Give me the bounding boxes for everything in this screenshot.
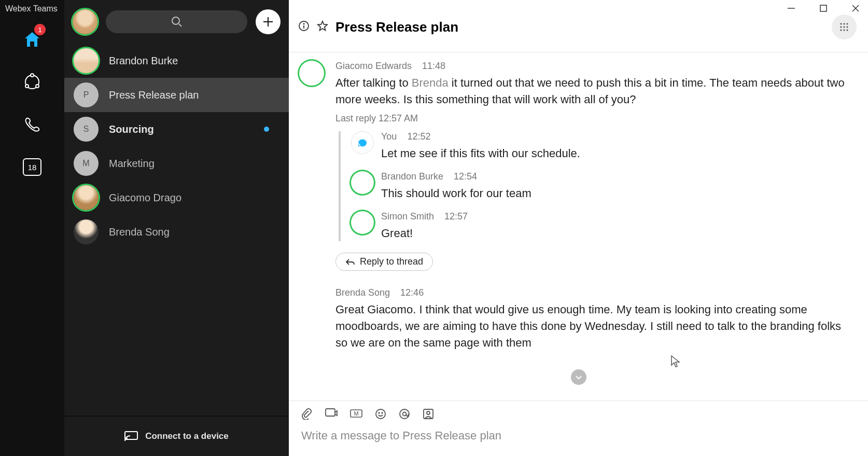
star-icon[interactable] <box>317 20 328 34</box>
reply-icon <box>345 258 355 266</box>
svg-point-25 <box>846 29 848 31</box>
svg-point-33 <box>403 412 407 416</box>
svg-line-5 <box>179 24 181 26</box>
svg-point-4 <box>172 17 179 24</box>
thread-text: This should work for our team <box>381 185 849 202</box>
space-name: Brandon Burke <box>109 55 178 67</box>
search-input[interactable] <box>106 10 247 33</box>
svg-point-35 <box>427 411 430 414</box>
space-avatar: S <box>74 117 99 142</box>
attach-icon[interactable] <box>301 408 313 422</box>
markdown-icon[interactable]: M <box>350 408 362 422</box>
svg-point-3 <box>36 85 39 88</box>
thread-author: Simon Smith <box>381 211 434 222</box>
add-button[interactable] <box>256 9 281 34</box>
chat-title: Press Release plan <box>335 19 458 35</box>
message-input[interactable]: Write a message to Press Release plan <box>289 425 868 456</box>
space-avatar: P <box>74 82 99 107</box>
calls-icon[interactable] <box>20 112 45 137</box>
svg-point-32 <box>400 409 409 419</box>
space-item[interactable]: Brandon Burke <box>64 44 289 78</box>
message-author: Brenda Song <box>335 287 390 298</box>
space-item[interactable]: MMarketing <box>64 146 289 181</box>
svg-text:M: M <box>354 410 358 417</box>
svg-point-18 <box>843 23 845 24</box>
svg-point-24 <box>843 29 845 31</box>
self-avatar[interactable] <box>73 9 97 34</box>
emoji-icon[interactable] <box>375 408 386 422</box>
thread: You12:52Let me see if this fits with our… <box>339 131 849 242</box>
plus-icon <box>262 16 274 27</box>
apps-button[interactable] <box>832 15 857 39</box>
space-name: Marketing <box>109 158 155 170</box>
svg-point-1 <box>31 74 34 77</box>
svg-rect-34 <box>424 409 433 419</box>
thread-avatar[interactable] <box>351 131 374 154</box>
app-title: Webex Teams <box>0 0 64 18</box>
svg-point-31 <box>382 412 383 413</box>
thread-author: You <box>381 131 397 142</box>
svg-point-21 <box>843 26 845 27</box>
message-text: After talking to Brenda it turned out th… <box>335 75 849 108</box>
thread-time: 12:57 <box>444 211 468 222</box>
mention[interactable]: Brenda <box>412 76 449 89</box>
thread-reply: You12:52Let me see if this fits with our… <box>351 131 849 162</box>
thread-reply: Brandon Burke12:54This should work for o… <box>351 171 849 202</box>
personal-icon[interactable] <box>423 408 434 422</box>
composer: M Write a message to Press Release plan <box>289 400 868 456</box>
cursor-icon <box>670 355 681 368</box>
home-icon[interactable]: 1 <box>20 27 45 52</box>
reply-thread-label: Reply to thread <box>360 256 423 267</box>
search-icon <box>171 16 183 27</box>
last-reply-label: Last reply 12:57 AM <box>335 113 849 124</box>
spaces-panel: Brandon BurkePPress Release planSSourcin… <box>64 0 289 456</box>
screen-capture-icon[interactable] <box>325 408 338 422</box>
space-item[interactable]: SSourcing <box>64 112 289 146</box>
space-avatar <box>74 48 99 73</box>
message-avatar[interactable] <box>299 61 324 86</box>
scroll-down-button[interactable] <box>571 369 586 385</box>
calendar-icon[interactable]: 18 <box>20 155 45 179</box>
space-item[interactable]: PPress Release plan <box>64 78 289 112</box>
svg-point-20 <box>840 26 842 27</box>
svg-rect-26 <box>326 409 335 416</box>
thread-avatar[interactable] <box>351 211 374 234</box>
space-avatar <box>74 185 99 210</box>
info-icon[interactable] <box>298 20 310 34</box>
message-avatar[interactable] <box>299 287 324 312</box>
svg-rect-10 <box>820 5 827 11</box>
teams-icon[interactable] <box>20 70 45 94</box>
window-maximize[interactable] <box>818 3 829 13</box>
svg-marker-16 <box>318 21 327 31</box>
home-badge: 1 <box>34 24 46 35</box>
thread-text: Let me see if this fits with our schedul… <box>381 145 849 162</box>
window-close[interactable] <box>850 3 861 13</box>
svg-point-22 <box>846 26 848 27</box>
space-name: Sourcing <box>109 123 154 135</box>
thread-text: Great! <box>381 225 849 242</box>
calendar-day: 18 <box>23 158 41 176</box>
window-minimize[interactable] <box>786 3 796 13</box>
thread-reply: Simon Smith12:57Great! <box>351 211 849 242</box>
apps-grid-icon <box>839 22 849 32</box>
main-panel: Press Release plan Giacomo Edwards 11:48… <box>289 0 868 456</box>
thread-avatar[interactable] <box>351 171 374 194</box>
message: Brenda Song 12:46 Great Giacomo. I think… <box>299 287 849 351</box>
thread-time: 12:52 <box>407 131 430 142</box>
svg-point-14 <box>303 23 304 24</box>
svg-point-2 <box>25 85 29 88</box>
connect-device-button[interactable]: Connect to a device <box>64 416 289 456</box>
space-name: Giacomo Drago <box>109 192 181 204</box>
thread-time: 12:54 <box>454 171 477 182</box>
nav-sidebar: Webex Teams 1 18 <box>0 0 64 456</box>
mention-icon[interactable] <box>399 408 410 422</box>
cast-icon <box>124 431 138 441</box>
space-item[interactable]: Brenda Song <box>64 215 289 249</box>
reply-thread-button[interactable]: Reply to thread <box>335 253 433 271</box>
space-name: Brenda Song <box>109 226 170 238</box>
connect-device-label: Connect to a device <box>145 431 229 441</box>
message-time: 12:46 <box>400 287 424 298</box>
svg-point-23 <box>840 29 842 31</box>
message-time: 11:48 <box>422 61 445 72</box>
space-item[interactable]: Giacomo Drago <box>64 181 289 215</box>
